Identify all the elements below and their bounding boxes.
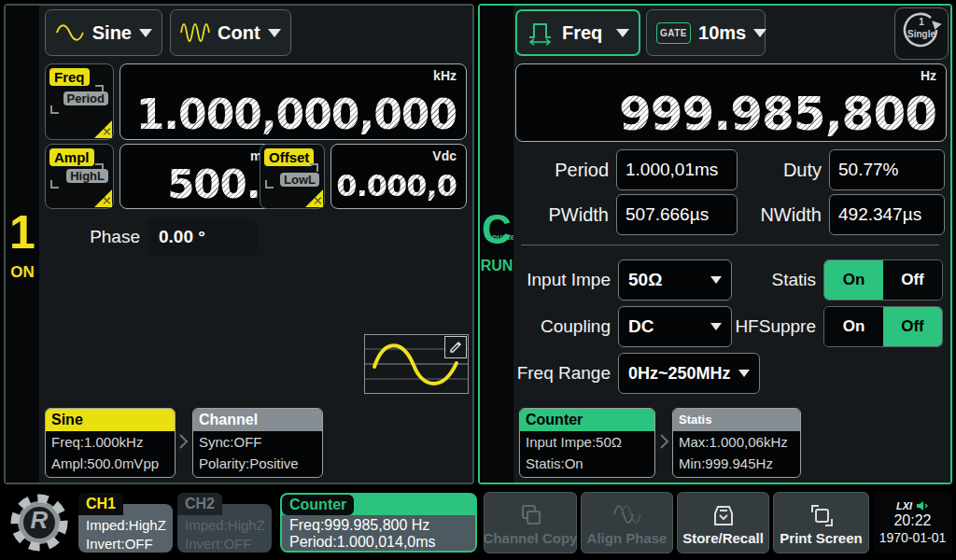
freq-range-select[interactable]: 0Hz~250MHz	[618, 353, 760, 394]
align-phase-label: Align Phase	[587, 530, 668, 546]
ch1-panel: 1 ON Sine Cont Freq	[4, 4, 474, 484]
channel-info-title: Channel	[193, 409, 322, 431]
ampl-label: Ampl	[49, 148, 94, 166]
param-corner-glyph: ⤬	[104, 127, 110, 137]
statis-on-button[interactable]: On	[824, 260, 883, 300]
align-phase-button[interactable]: Align Phase	[581, 492, 673, 553]
channel-info-box[interactable]: Channel Sync:OFF Polarity:Positive	[192, 408, 323, 478]
ch1-side-strip[interactable]: 1 ON	[6, 6, 39, 483]
pwidth-value: 507.666µs	[616, 194, 738, 235]
ch1-status-line: Invert:OFF	[86, 535, 173, 553]
store-recall-button[interactable]: Store/Recall	[677, 492, 769, 553]
nwidth-label: NWidth	[728, 194, 822, 235]
speaker-icon	[916, 500, 929, 511]
statis-info-title: Statis	[673, 409, 800, 431]
freq-display[interactable]: kHz 1.000,000,000	[120, 63, 467, 140]
ch1-status-box[interactable]: CH1 Imped:HighZ Invert:OFF	[78, 493, 173, 553]
corner-mark-icon	[310, 163, 318, 172]
period-label: Period	[513, 149, 609, 190]
pulse-freq-icon	[527, 20, 555, 46]
counter-status-body: Freq:999.985,800 Hz Period:1.000,014,0ms	[282, 515, 475, 551]
print-screen-button[interactable]: Print Screen	[773, 492, 869, 553]
duty-label: Duty	[728, 149, 822, 190]
offset-display[interactable]: Vdc 0.000,0	[330, 144, 467, 209]
measure-select[interactable]: Freq	[515, 9, 640, 56]
hfsuppre-off-button[interactable]: Off	[883, 307, 942, 346]
hfsuppre-toggle: On Off	[823, 306, 943, 347]
channel-copy-label: Channel Copy	[484, 530, 578, 546]
counter-info-line: Input Impe:50Ω	[520, 431, 654, 453]
waveform-select[interactable]: Sine	[45, 9, 162, 56]
lxi-logo: LXI	[896, 500, 912, 511]
status-clock: LXI 20:22 1970-01-01	[873, 492, 952, 553]
hfsuppre-label: HFSuppre	[728, 306, 816, 347]
store-recall-label: Store/Recall	[682, 530, 764, 546]
phase-input[interactable]: 0.00 °	[148, 218, 258, 256]
counter-info-line: Statis:On	[520, 453, 654, 474]
corner-mark-icon	[50, 105, 59, 114]
chevron-down-icon	[139, 29, 152, 37]
param-corner-glyph: ⤬	[315, 196, 321, 206]
statis-info-box[interactable]: Statis Max:1.000,06kHz Min:999.945Hz	[672, 408, 801, 478]
channel-state-badge: ON	[6, 263, 39, 282]
single-count: 1	[895, 17, 948, 27]
freq-range-value: 0Hz~250MHz	[628, 364, 731, 384]
single-button[interactable]: 1 Single	[894, 7, 949, 60]
counter-side-strip[interactable]: C ounter RUN	[480, 6, 513, 483]
freq-label: Freq	[49, 68, 90, 86]
counter-initial: C	[480, 209, 513, 250]
mode-select-label: Cont	[218, 22, 260, 44]
gate-badge: GATE	[656, 22, 691, 44]
ch2-status-box[interactable]: CH2 Imped:HighZ Invert:OFF	[177, 493, 272, 553]
clock-time: 20:22	[893, 512, 931, 529]
ch1-status-title: CH1	[78, 493, 123, 515]
ch2-status-title: CH2	[177, 493, 222, 515]
sine-icon	[55, 22, 85, 43]
waveform-preview[interactable]	[364, 334, 469, 394]
counter-status-box[interactable]: Counter Freq:999.985,800 Hz Period:1.000…	[280, 493, 477, 553]
chevron-right-icon	[178, 433, 189, 450]
hfsuppre-on-button[interactable]: On	[824, 307, 883, 346]
sine-info-box[interactable]: Sine Freq:1.000kHz Ampl:500.0mVpp	[45, 408, 176, 478]
screenshot-icon	[774, 501, 868, 529]
counter-panel: C ounter RUN Freq GATE 10ms	[478, 4, 952, 484]
counter-status-line: Period:1.000,014,0ms	[289, 534, 475, 551]
counter-status-title: Counter	[282, 495, 354, 515]
period-alt-label: Period	[63, 91, 108, 105]
logo-button[interactable]: R	[7, 491, 71, 554]
edit-waveform-button[interactable]	[444, 336, 467, 358]
counter-display[interactable]: Hz 999.985,800	[515, 63, 947, 142]
cont-wave-icon	[180, 21, 210, 44]
coupling-label: Coupling	[513, 306, 611, 347]
store-tray-icon	[678, 501, 768, 529]
input-impe-select[interactable]: 50Ω	[618, 259, 732, 301]
gate-select[interactable]: GATE 10ms	[646, 9, 766, 56]
channel-copy-button[interactable]: Channel Copy	[484, 492, 577, 553]
counter-content: Freq GATE 10ms 1 Single Hz 999.985,800	[513, 6, 950, 483]
freq-unit: kHz	[433, 68, 457, 83]
freq-range-label: Freq Range	[513, 353, 611, 394]
counter-info-box[interactable]: Counter Input Impe:50Ω Statis:On	[519, 408, 655, 478]
sine-info-title: Sine	[46, 409, 175, 431]
corner-mark-icon	[265, 180, 274, 189]
offset-label: Offset	[264, 148, 314, 166]
duty-value: 50.77%	[829, 149, 945, 190]
counter-status-line: Freq:999.985,800 Hz	[289, 517, 475, 534]
sine-info-line: Freq:1.000kHz	[46, 431, 175, 453]
freq-param-box[interactable]: Freq Period ⤬	[45, 63, 114, 140]
ch2-status-line: Imped:HighZ	[185, 516, 272, 535]
copy-icon	[485, 501, 576, 529]
input-impe-label: Input Impe	[513, 259, 611, 301]
coupling-select[interactable]: DC	[618, 306, 732, 347]
counter-unit: Hz	[921, 68, 936, 83]
counter-state-badge: RUN	[480, 258, 513, 274]
statis-off-button[interactable]: Off	[883, 260, 942, 300]
ampl-param-box[interactable]: Ampl HighL ⤬	[45, 144, 114, 209]
offset-param-box[interactable]: Offset LowL ⤬	[260, 144, 325, 209]
phase-label: Phase	[58, 218, 140, 256]
statis-label: Statis	[728, 259, 816, 301]
mode-select[interactable]: Cont	[170, 9, 291, 56]
counter-value: 999.985,800	[619, 91, 936, 137]
lowl-alt-label: LowL	[280, 173, 319, 187]
pwidth-label: PWidth	[513, 194, 609, 235]
